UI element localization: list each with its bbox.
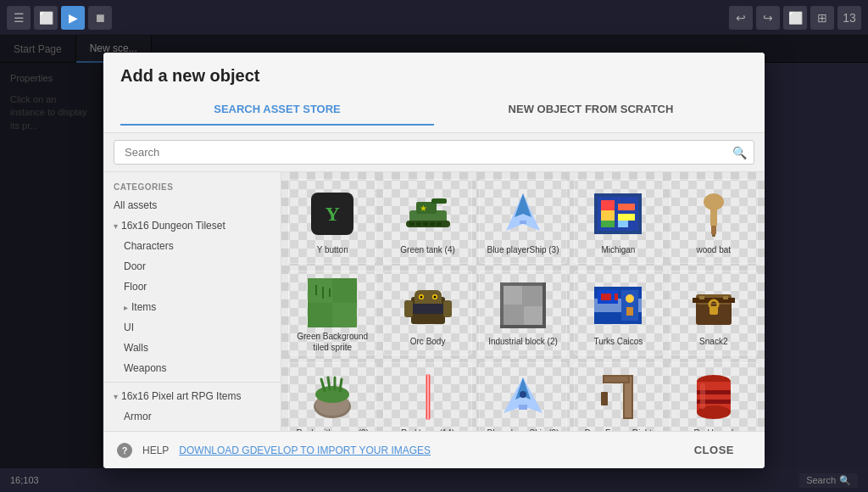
- asset-red-barrel[interactable]: Red barrel: [670, 362, 758, 431]
- categories-label: CATEGORIES: [103, 179, 281, 195]
- cat-all-assets[interactable]: All assets: [103, 195, 281, 215]
- svg-rect-44: [500, 282, 546, 286]
- cat-floor[interactable]: Floor: [103, 277, 281, 297]
- zoom-icon[interactable]: 13: [837, 6, 861, 30]
- categories-panel: CATEGORIES All assets ▾ 16x16 Dungeon Ti…: [103, 172, 281, 431]
- cat-walls[interactable]: Walls: [103, 338, 281, 358]
- modal-title: Add a new object: [120, 66, 748, 86]
- svg-point-78: [520, 391, 526, 398]
- arrow-icon: ▾: [114, 392, 118, 401]
- svg-rect-53: [598, 290, 601, 304]
- modal-header: Add a new object SEARCH ASSET STORE NEW …: [103, 53, 765, 133]
- svg-rect-47: [500, 325, 546, 328]
- svg-rect-27: [332, 303, 357, 327]
- asset-y-button[interactable]: Y Y button: [288, 179, 376, 264]
- cat-weapons-1[interactable]: Weapons: [103, 358, 281, 378]
- asset-snack2-name: Snack2: [699, 336, 727, 347]
- play-icon[interactable]: ▶: [61, 6, 85, 30]
- asset-turks-caicos[interactable]: Turks Caicos: [574, 271, 662, 355]
- svg-rect-26: [308, 278, 332, 303]
- asset-green-tank[interactable]: ★ Green tank (4): [383, 179, 471, 264]
- svg-rect-89: [700, 383, 705, 409]
- svg-rect-16: [601, 210, 615, 221]
- arrow-icon: ▸: [124, 303, 128, 312]
- asset-wood-bat[interactable]: wood bat: [670, 179, 758, 264]
- asset-green-bg[interactable]: Green Background tiled sprite: [288, 271, 376, 355]
- cat-ui[interactable]: UI: [103, 317, 281, 338]
- asset-green-tank-icon: ★: [401, 187, 455, 241]
- asset-industrial-block-name: Industrial block (2): [488, 336, 558, 347]
- search-input-wrap: 🔍: [114, 140, 754, 165]
- svg-text:★: ★: [419, 204, 426, 213]
- asset-red-laser[interactable]: Red laser (14): [383, 362, 471, 431]
- cat-dungeon-tileset[interactable]: ▾ 16x16 Dungeon Tileset: [103, 215, 281, 236]
- asset-industrial-block-icon: [496, 278, 550, 333]
- modal-footer: ? HELP DOWNLOAD GDEVELOP TO IMPORT YOUR …: [103, 431, 765, 468]
- svg-rect-57: [626, 307, 633, 316]
- status-search-placeholder: Search: [806, 475, 836, 485]
- status-search[interactable]: Search 🔍: [799, 473, 858, 488]
- svg-rect-54: [611, 290, 615, 304]
- new-icon[interactable]: ⬜: [34, 6, 58, 30]
- svg-point-36: [433, 296, 436, 299]
- svg-rect-8: [437, 222, 442, 226]
- svg-rect-74: [427, 374, 429, 420]
- top-toolbar: ☰ ⬜ ▶ ⏹ ↩ ↪ ⬜ ⊞ 13: [0, 0, 868, 36]
- asset-blue-ship3[interactable]: Blue playerShip (3): [479, 179, 567, 264]
- grid-icon[interactable]: ⊞: [810, 6, 834, 30]
- asset-y-button-icon: Y: [305, 187, 359, 241]
- svg-rect-63: [699, 296, 704, 299]
- menu-icon[interactable]: ☰: [7, 6, 31, 30]
- asset-wood-bat-icon: [687, 187, 741, 241]
- search-area: 🔍: [103, 133, 765, 172]
- cat-rpg-items[interactable]: ▾ 16x16 Pixel art RPG Items: [103, 386, 281, 406]
- asset-orc-body[interactable]: Orc Body: [383, 271, 471, 355]
- svg-rect-15: [601, 200, 615, 210]
- svg-rect-5: [416, 222, 421, 226]
- cat-characters[interactable]: Characters: [103, 236, 281, 256]
- modal-overlay: Add a new object SEARCH ASSET STORE NEW …: [0, 36, 868, 468]
- svg-rect-45: [500, 282, 504, 328]
- svg-rect-82: [604, 377, 628, 382]
- view-icon[interactable]: ⬜: [783, 6, 807, 30]
- cat-door[interactable]: Door: [103, 256, 281, 277]
- asset-rock-grass[interactable]: Rock with grass (2): [288, 362, 376, 431]
- svg-rect-12: [520, 221, 526, 224]
- content-panel: Y Y button: [281, 172, 765, 431]
- assets-grid: Y Y button: [281, 172, 765, 431]
- coordinates-display: 16;103: [10, 475, 39, 485]
- svg-rect-2: [431, 198, 447, 204]
- asset-blue-ship3-name: Blue playerShip (3): [487, 244, 559, 255]
- search-input[interactable]: [121, 141, 732, 164]
- asset-blue-ship2[interactable]: Blue playerShip (2): [479, 362, 567, 431]
- stop-icon[interactable]: ⏹: [88, 6, 112, 30]
- cat-armor[interactable]: Armor: [103, 406, 281, 427]
- svg-rect-19: [618, 214, 635, 221]
- asset-michigan-name: Michigan: [601, 244, 635, 255]
- svg-rect-77: [519, 405, 527, 410]
- asset-snack2[interactable]: Snack2: [670, 271, 758, 355]
- svg-rect-18: [618, 204, 635, 210]
- asset-green-tank-name: Green tank (4): [400, 244, 454, 255]
- asset-door-frame[interactable]: Door Frame Right: [574, 362, 662, 431]
- svg-rect-23: [711, 226, 716, 234]
- asset-industrial-block[interactable]: Industrial block (2): [479, 271, 567, 355]
- tab-asset-store[interactable]: SEARCH ASSET STORE: [120, 94, 434, 126]
- help-label[interactable]: HELP: [142, 444, 169, 456]
- asset-door-frame-icon: [591, 370, 645, 424]
- svg-rect-22: [710, 202, 717, 226]
- download-link[interactable]: DOWNLOAD GDEVELOP TO IMPORT YOUR IMAGES: [179, 444, 431, 456]
- svg-marker-11: [515, 193, 531, 217]
- cat-items[interactable]: ▸ Items: [103, 297, 281, 317]
- svg-point-35: [420, 296, 422, 299]
- close-button[interactable]: CLOSE: [677, 439, 751, 461]
- help-icon[interactable]: ?: [117, 443, 132, 458]
- asset-michigan[interactable]: Michigan: [574, 179, 662, 264]
- redo-icon[interactable]: ↪: [756, 6, 780, 30]
- asset-red-laser-icon: [401, 370, 455, 424]
- svg-line-71: [340, 379, 342, 391]
- asset-orc-body-name: Orc Body: [410, 336, 446, 347]
- undo-icon[interactable]: ↩: [729, 6, 753, 30]
- tab-from-scratch[interactable]: NEW OBJECT FROM SCRATCH: [434, 94, 748, 126]
- asset-green-bg-icon: [305, 278, 359, 327]
